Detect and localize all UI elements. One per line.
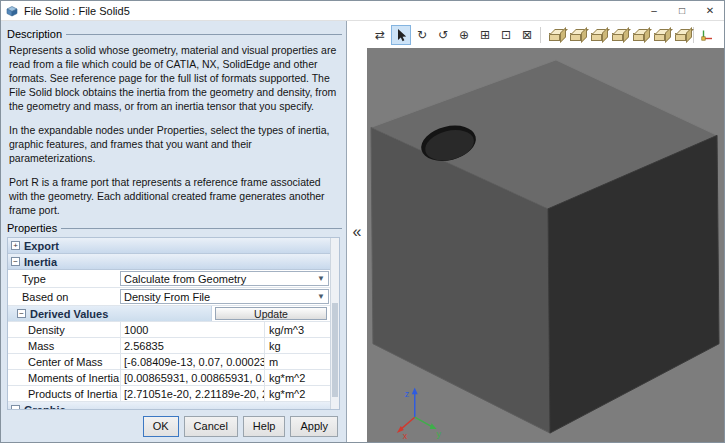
group-label: Inertia <box>24 256 57 268</box>
window-title: File Solid : File Solid5 <box>24 5 640 17</box>
select-region-icon[interactable]: ⊡ <box>496 25 516 45</box>
icon-glyph: ↻ <box>417 28 427 42</box>
inertia-type-dropdown[interactable]: Calculate from Geometry ▼ <box>120 271 329 286</box>
property-name: Center of Mass <box>8 356 120 368</box>
properties-scrollbar[interactable] <box>330 238 339 409</box>
center-of-mass-unit[interactable]: m <box>265 356 330 368</box>
pointer-icon <box>395 28 408 42</box>
properties-label: Properties <box>7 222 57 234</box>
x-axis-label: x <box>403 431 408 441</box>
left-view-icon[interactable] <box>607 25 627 45</box>
products-of-inertia-value[interactable]: [2.71051e-20, 2.21189e-20, 2... <box>120 386 265 401</box>
3d-viewport[interactable]: z x y <box>367 48 724 442</box>
properties-table: + Export − Inertia Type Calculate from G… <box>7 237 340 410</box>
export-group-row[interactable]: + Export <box>8 238 330 254</box>
dialog-left-panel: Description Represents a solid whose geo… <box>1 21 347 442</box>
inertia-group-row[interactable]: − Inertia <box>8 254 330 270</box>
moments-of-inertia-value[interactable]: [0.00865931, 0.00865931, 0.0... <box>120 370 265 385</box>
cube-glyph <box>633 33 644 41</box>
density-value[interactable]: 1000 <box>120 322 265 337</box>
dropdown-value: Density From File <box>124 291 210 303</box>
chevron-down-icon: ▼ <box>314 292 328 301</box>
graphic-group-row[interactable]: − Graphic <box>8 402 330 410</box>
cube-glyph <box>612 33 623 41</box>
properties-section-header: Properties <box>7 219 342 237</box>
mass-value[interactable]: 2.56835 <box>120 338 265 353</box>
y-axis-label: y <box>437 429 442 439</box>
file-solid-dialog: File Solid : File Solid5 – □ ✕ Descripti… <box>0 0 725 443</box>
top-view-icon[interactable] <box>649 25 669 45</box>
visualization-panel: « ⇄ ↻ ↺ ⊕ ⊞ ⊡ ⊠ <box>347 21 724 442</box>
right-view-icon[interactable] <box>628 25 648 45</box>
mass-row: Mass 2.56835 kg <box>8 338 330 354</box>
icon-glyph: ⊞ <box>480 28 490 42</box>
property-name: Based on <box>8 291 120 303</box>
based-on-dropdown[interactable]: Density From File ▼ <box>120 289 329 304</box>
update-button[interactable]: Update <box>215 307 327 320</box>
description-text: Represents a solid whose geometry, mater… <box>7 43 342 219</box>
cancel-button[interactable]: Cancel <box>184 416 238 437</box>
minimize-button[interactable]: – <box>640 1 668 20</box>
zoom-in-icon[interactable]: ⊕ <box>454 25 474 45</box>
property-name: Type <box>8 273 120 285</box>
collapse-toggle-icon[interactable]: − <box>11 257 20 266</box>
icon-glyph: ⊡ <box>501 28 511 42</box>
collapse-panel-button[interactable]: « <box>353 224 362 240</box>
cube-glyph <box>675 33 686 41</box>
mass-unit[interactable]: kg <box>265 340 330 352</box>
close-button[interactable]: ✕ <box>696 1 724 20</box>
chevron-down-icon: ▼ <box>314 274 328 283</box>
group-label: Export <box>24 240 59 252</box>
products-of-inertia-row: Products of Inertia [2.71051e-20, 2.2118… <box>8 386 330 402</box>
collapse-toggle-icon[interactable]: − <box>17 309 26 318</box>
show-frames-icon[interactable] <box>697 25 717 45</box>
collapse-toggle-icon[interactable]: − <box>11 405 20 410</box>
dropdown-value: Calculate from Geometry <box>124 273 246 285</box>
derived-values-row: − Derived Values Update <box>8 306 330 322</box>
expand-toggle-icon[interactable]: + <box>11 241 20 250</box>
section-rule <box>61 228 342 229</box>
fit-to-view-icon[interactable]: ⊠ <box>517 25 537 45</box>
orbit-icon[interactable]: ↻ <box>412 25 432 45</box>
back-view-icon[interactable] <box>586 25 606 45</box>
products-of-inertia-unit[interactable]: kg*m^2 <box>265 388 330 400</box>
titlebar[interactable]: File Solid : File Solid5 – □ ✕ <box>1 1 724 21</box>
zoom-region-icon[interactable]: ⊞ <box>475 25 495 45</box>
help-button[interactable]: Help <box>243 416 286 437</box>
description-label: Description <box>7 28 62 40</box>
density-row: Density 1000 kg/m^3 <box>8 322 330 338</box>
property-name: Moments of Inertia <box>8 372 120 384</box>
inertia-type-row: Type Calculate from Geometry ▼ <box>8 270 330 288</box>
apply-button[interactable]: Apply <box>290 416 338 437</box>
description-paragraph: Port R is a frame port that represents a… <box>9 175 340 217</box>
icon-glyph: ⊕ <box>459 28 469 42</box>
isometric-view-icon[interactable] <box>544 25 564 45</box>
scrollbar-thumb[interactable] <box>332 303 338 397</box>
z-axis-label: z <box>405 389 410 399</box>
center-of-mass-value[interactable]: [-6.08409e-13, 0.07, 0.000231... <box>120 354 265 369</box>
toolbar-separator <box>540 27 541 43</box>
select-pointer-icon[interactable] <box>391 25 411 45</box>
front-view-icon[interactable] <box>565 25 585 45</box>
bottom-view-icon[interactable] <box>670 25 690 45</box>
pan-arrows-icon[interactable]: ⇄ <box>370 25 390 45</box>
description-paragraph: Represents a solid whose geometry, mater… <box>9 43 340 113</box>
maximize-button[interactable]: □ <box>668 1 696 20</box>
based-on-row: Based on Density From File ▼ <box>8 288 330 306</box>
file-solid-icon <box>6 5 18 17</box>
derived-values-header[interactable]: − Derived Values <box>8 306 212 321</box>
description-paragraph: In the expandable nodes under Properties… <box>9 123 340 165</box>
viewport-toolbar: ⇄ ↻ ↺ ⊕ ⊞ ⊡ ⊠ <box>367 21 724 48</box>
density-unit[interactable]: kg/m^3 <box>265 324 330 336</box>
roll-icon[interactable]: ↺ <box>433 25 453 45</box>
dialog-footer: OK Cancel Help Apply <box>7 410 342 442</box>
group-label: Graphic <box>24 404 66 411</box>
cube-glyph <box>654 33 665 41</box>
cube-glyph <box>570 33 581 41</box>
ok-button[interactable]: OK <box>143 416 179 437</box>
section-rule <box>66 34 342 35</box>
icon-glyph: ⊠ <box>522 28 532 42</box>
frame-axes-icon <box>700 28 714 42</box>
moments-of-inertia-unit[interactable]: kg*m^2 <box>265 372 330 384</box>
center-of-mass-row: Center of Mass [-6.08409e-13, 0.07, 0.00… <box>8 354 330 370</box>
